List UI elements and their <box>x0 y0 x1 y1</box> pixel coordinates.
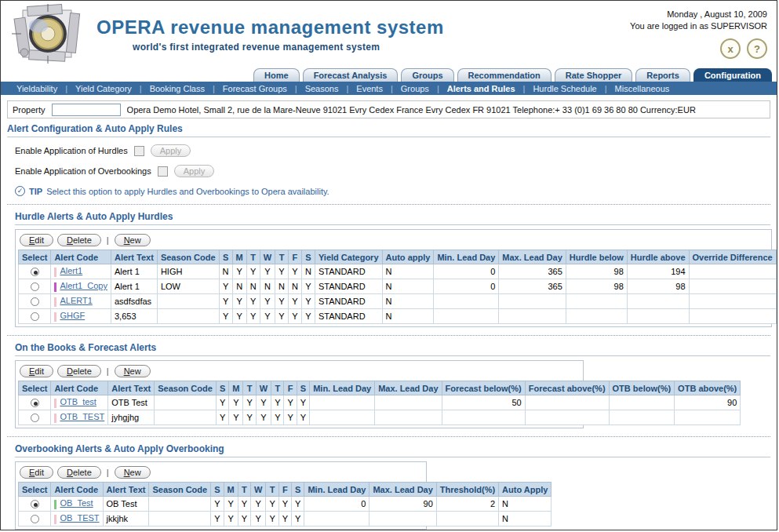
table-row: OB_TestOB TestYYYYYYY0902N <box>19 497 551 512</box>
alert-code-link[interactable]: OB_TEST <box>60 513 99 523</box>
delete-button[interactable]: Delete <box>57 466 101 479</box>
alert-code-link[interactable]: Alert1_Copy <box>60 281 107 290</box>
edit-button[interactable]: Edit <box>20 234 53 246</box>
subnav-item-events[interactable]: Events <box>348 84 391 93</box>
cell-alert-text: jyhgjhg <box>108 410 155 425</box>
tab-home[interactable]: Home <box>253 68 300 82</box>
cell-season-code: LOW <box>157 279 219 294</box>
cell-f: Y <box>284 395 297 410</box>
cell-f: Y <box>289 309 302 324</box>
header-right: Monday , August 10, 2009 You are logged … <box>630 1 777 67</box>
enable-application-of-overbookings-checkbox[interactable] <box>158 166 168 177</box>
alert-code-link[interactable]: ALERT1 <box>60 296 92 305</box>
cell-yield-category: STANDARD <box>315 264 382 279</box>
column-header-alert-code: Alert Code <box>51 381 108 395</box>
new-button[interactable]: New <box>115 466 151 479</box>
column-header-alert-code: Alert Code <box>51 250 111 264</box>
edit-button[interactable]: Edit <box>20 466 53 479</box>
column-header-otb-above-: OTB above(%) <box>675 381 741 395</box>
subnav-item-yield-category[interactable]: Yield Category <box>67 84 140 93</box>
table-header-row: SelectAlert CodeAlert TextSeason CodeSMT… <box>19 483 551 497</box>
select-radio[interactable] <box>31 399 39 407</box>
subnav-item-booking-class[interactable]: Booking Class <box>142 84 213 93</box>
cell-w: Y <box>260 309 275 324</box>
help-button[interactable]: ? <box>747 38 767 59</box>
cell-m: Y <box>224 512 238 527</box>
column-header-select: Select <box>19 250 51 264</box>
subnav-item-hurdle-schedule[interactable]: Hurdle Schedule <box>525 84 604 93</box>
cell-otb-below- <box>609 410 675 425</box>
alert-code-link[interactable]: OB_Test <box>60 498 93 508</box>
cell-t: Y <box>238 497 250 512</box>
table-row: GHGF3,653YYYYYYYSTANDARDN <box>19 309 777 324</box>
cell-t: Y <box>243 395 256 410</box>
column-header-f: F <box>278 483 291 497</box>
toolbar-separator: | <box>105 235 111 245</box>
new-button[interactable]: New <box>115 365 151 377</box>
select-radio[interactable] <box>31 282 39 291</box>
cell-w: Y <box>256 395 271 410</box>
select-radio[interactable] <box>31 268 39 276</box>
column-header-m: M <box>232 250 246 264</box>
subnav-item-yieldability[interactable]: Yieldability <box>9 84 65 93</box>
otb-section-title: On the Books & Forecast Alerts <box>15 342 770 356</box>
column-header-w: W <box>260 250 275 264</box>
alert-code-link[interactable]: OTB_TEST <box>60 412 104 421</box>
cell-alert-text: Alert 1 <box>111 279 157 294</box>
alert-code-link[interactable]: GHGF <box>60 311 85 320</box>
subnav-item-seasons[interactable]: Seasons <box>297 84 347 93</box>
property-input[interactable] <box>52 104 121 116</box>
tab-groups[interactable]: Groups <box>401 68 453 82</box>
cell-select <box>19 395 51 410</box>
tab-rate-shopper[interactable]: Rate Shopper <box>555 68 633 82</box>
new-button[interactable]: New <box>115 234 151 246</box>
alert-color-bar <box>54 282 56 292</box>
apply-button[interactable]: Apply <box>151 144 191 157</box>
cell-hurdle-above <box>627 309 689 324</box>
cell-max-lead-day <box>499 294 566 309</box>
tab-reports[interactable]: Reports <box>635 68 690 82</box>
close-button[interactable]: x <box>720 38 741 59</box>
tab-configuration[interactable]: Configuration <box>693 68 772 82</box>
cell-alert-code: Alert1_Copy <box>51 279 111 294</box>
cell-auto-apply: N <box>382 279 434 294</box>
column-header-s: S <box>292 483 304 497</box>
cell-m: Y <box>224 497 238 512</box>
cell-yield-category: STANDARD <box>315 309 382 324</box>
select-radio[interactable] <box>31 414 39 422</box>
select-radio[interactable] <box>31 515 39 523</box>
enable-application-of-hurdles-checkbox[interactable] <box>134 146 144 156</box>
cell-t: Y <box>275 309 289 324</box>
cell-s: Y <box>219 294 232 309</box>
cell-forecast-below-: 50 <box>442 395 525 410</box>
cell-forecast-below- <box>442 410 525 425</box>
cell-s: Y <box>301 279 315 294</box>
alert-code-link[interactable]: Alert1 <box>60 266 82 275</box>
subnav-item-alerts-and-rules[interactable]: Alerts and Rules <box>439 84 523 93</box>
alert-code-link[interactable]: OTB_test <box>60 397 96 406</box>
select-radio[interactable] <box>31 297 39 306</box>
cell-auto-apply: N <box>382 309 434 324</box>
tab-forecast-analysis[interactable]: Forecast Analysis <box>303 68 399 82</box>
tab-recommendation[interactable]: Recommendation <box>457 68 551 82</box>
select-radio[interactable] <box>31 312 39 321</box>
current-date: Monday , August 10, 2009 <box>630 9 767 20</box>
delete-button[interactable]: Delete <box>57 234 101 246</box>
cell-alert-text: 3,653 <box>111 309 157 324</box>
alert-color-bar <box>54 399 56 408</box>
subnav-item-forecast-groups[interactable]: Forecast Groups <box>215 84 295 93</box>
cell-m: Y <box>232 264 246 279</box>
edit-button[interactable]: Edit <box>20 365 53 377</box>
subnav-item-groups[interactable]: Groups <box>393 84 437 93</box>
column-header-season-code: Season Code <box>157 250 219 264</box>
delete-button[interactable]: Delete <box>57 365 101 377</box>
overbooking-section-title: Overbooking Alerts & Auto Apply Overbook… <box>15 443 770 457</box>
cell-override-difference <box>689 264 776 279</box>
column-header-min-lead-day: Min. Lead Day <box>434 250 499 264</box>
cell-m: N <box>232 279 246 294</box>
apply-button[interactable]: Apply <box>174 165 215 177</box>
select-radio[interactable] <box>31 500 39 508</box>
cell-forecast-above- <box>525 395 609 410</box>
subnav-item-miscellaneous[interactable]: Miscellaneous <box>607 84 678 93</box>
cell-alert-text: asdfsdfas <box>111 294 157 309</box>
